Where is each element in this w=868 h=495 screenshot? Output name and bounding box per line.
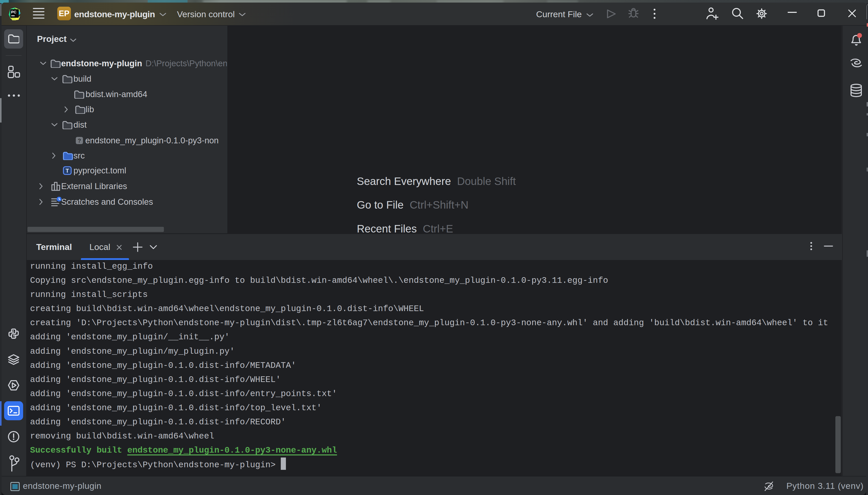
- svg-text:?: ?: [78, 137, 81, 144]
- svg-text:PC: PC: [11, 10, 16, 14]
- svg-text:T: T: [66, 168, 69, 174]
